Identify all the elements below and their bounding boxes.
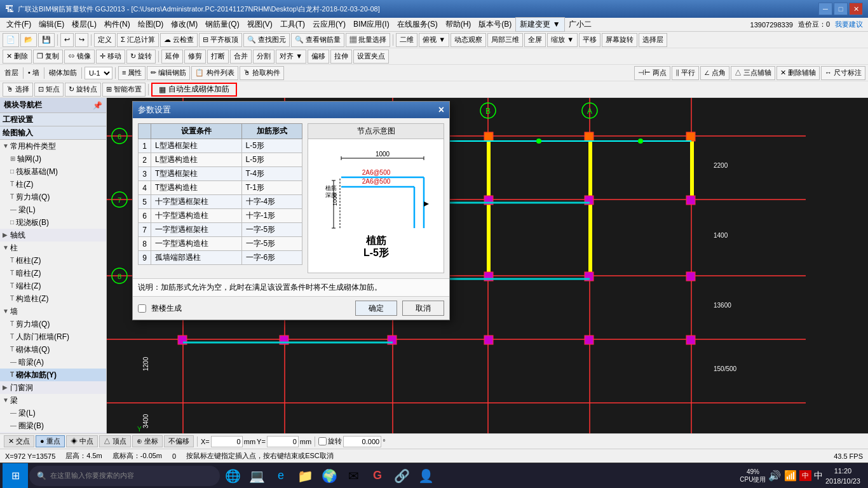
taskbar-icon-g[interactable]: G bbox=[366, 464, 389, 487]
tb-define[interactable]: 定义 bbox=[94, 33, 116, 47]
table-row[interactable]: 6 十字型遇构造柱 十字-1形 bbox=[139, 209, 302, 223]
sidebar-item-slab[interactable]: □ 现浇板(B) bbox=[0, 216, 106, 229]
menu-bim[interactable]: BIM应用(I) bbox=[349, 18, 393, 31]
drawing-area[interactable]: E D C B A 6 7 8 2400 3920 2680 1200 3400… bbox=[107, 98, 868, 433]
tb-offset[interactable]: 偏移 bbox=[308, 50, 329, 64]
tb-rotate[interactable]: ↻ 旋转 bbox=[126, 50, 156, 64]
tb-rotatepoint[interactable]: ↻ 旋转点 bbox=[65, 83, 101, 97]
taskbar-icon-earth[interactable]: 🌍 bbox=[318, 464, 341, 487]
tb-calc[interactable]: Σ 汇总计算 bbox=[117, 33, 159, 47]
tb-setgrip[interactable]: 设置夹点 bbox=[353, 50, 389, 64]
rebar-type-select[interactable]: U-1 bbox=[85, 67, 112, 79]
dialog-close-button[interactable]: × bbox=[438, 104, 444, 116]
sidebar-item-axis[interactable]: ⊞ 轴网(J) bbox=[0, 152, 106, 165]
tb-zoom[interactable]: 缩放 ▼ bbox=[547, 33, 578, 47]
tb-dimlabel[interactable]: ↔ 尺寸标注 bbox=[821, 66, 865, 80]
sidebar-item-framecol[interactable]: T 框柱(Z) bbox=[0, 254, 106, 267]
sidebar-item-slab-group[interactable]: ▶ 板 bbox=[0, 432, 106, 433]
minimize-button[interactable]: ─ bbox=[818, 3, 832, 15]
menu-modify[interactable]: 修改(M) bbox=[167, 18, 201, 31]
taskbar-icon-folder[interactable]: 📁 bbox=[294, 464, 316, 487]
table-row[interactable]: 7 一字型遇框架柱 一字-5形 bbox=[139, 223, 302, 237]
sidebar-item-common-types[interactable]: ▼ 常用构件类型 bbox=[0, 140, 106, 152]
taskbar-icon-ie[interactable]: e bbox=[269, 464, 292, 487]
sidebar-item-beam-l[interactable]: — 梁(L) bbox=[0, 407, 106, 419]
menu-component[interactable]: 构件(N) bbox=[100, 18, 134, 31]
taskbar-icon-person[interactable]: 👤 bbox=[414, 464, 437, 487]
tb-select[interactable]: 🖱 选择 bbox=[3, 83, 33, 97]
snap-intersection-button[interactable]: ✕ 交点 bbox=[4, 435, 34, 447]
tb-pointangle[interactable]: ∠ 点角 bbox=[700, 66, 729, 80]
ime-indicator[interactable]: 中 bbox=[799, 470, 811, 481]
tb-save[interactable]: 💾 bbox=[38, 33, 55, 47]
table-row[interactable]: 5 十字型遇框架柱 十字-4形 bbox=[139, 195, 302, 209]
tb-complist[interactable]: 📋 构件列表 bbox=[191, 66, 238, 80]
tb-copy[interactable]: ❒ 复制 bbox=[33, 50, 63, 64]
y-input[interactable] bbox=[267, 436, 299, 447]
sidebar-section-draw[interactable]: 绘图输入 bbox=[0, 126, 106, 140]
tb-property[interactable]: ≡ 属性 bbox=[118, 66, 146, 80]
tb-stretch[interactable]: 拉伸 bbox=[330, 50, 352, 64]
tb-new[interactable]: 📄 bbox=[3, 33, 19, 47]
menu-rebar[interactable]: 钢筋量(Q) bbox=[201, 18, 243, 31]
sidebar-item-wall-group[interactable]: ▼ 墙 bbox=[0, 305, 106, 318]
menu-file[interactable]: 文件(F) bbox=[3, 18, 35, 31]
tb-fullscreen[interactable]: 全屏 bbox=[524, 33, 546, 47]
tb-extend[interactable]: 延伸 bbox=[161, 50, 183, 64]
maximize-button[interactable]: □ bbox=[834, 3, 848, 15]
start-button[interactable]: ⊞ bbox=[3, 463, 28, 489]
tb-dynamic[interactable]: 动态观察 bbox=[451, 33, 486, 47]
cancel-button[interactable]: 取消 bbox=[402, 301, 444, 316]
tb-split[interactable]: 分割 bbox=[253, 50, 275, 64]
taskbar-icon-browser[interactable]: 🌐 bbox=[221, 464, 244, 487]
tb-parallel[interactable]: ∥ 平行 bbox=[672, 66, 699, 80]
tb-break[interactable]: 打断 bbox=[207, 50, 229, 64]
build-btn[interactable]: 我要建议 bbox=[835, 20, 863, 29]
sidebar-item-ringbeam[interactable]: — 圈梁(B) bbox=[0, 419, 106, 432]
sidebar-item-raft[interactable]: □ 筏板基础(M) bbox=[0, 165, 106, 178]
rotate-input[interactable] bbox=[343, 436, 381, 447]
sidebar-item-doorwin-group[interactable]: ▶ 门窗洞 bbox=[0, 381, 106, 394]
tb-pickcomp[interactable]: 🖱 拾取构件 bbox=[240, 66, 284, 80]
sidebar-item-column-group[interactable]: ▼ 柱 bbox=[0, 241, 106, 254]
sidebar-section-project[interactable]: 工程设置 bbox=[0, 113, 106, 126]
whole-floor-label[interactable]: 整楼生成 bbox=[151, 303, 182, 314]
sidebar-item-column[interactable]: T 柱(Z) bbox=[0, 178, 106, 191]
tb-align[interactable]: ⊟ 平齐板顶 bbox=[199, 33, 242, 47]
param-settings-dialog[interactable]: 参数设置 × 设置条件 加筋形式 bbox=[132, 101, 450, 320]
tb-delete[interactable]: ✕ 删除 bbox=[3, 50, 32, 64]
menu-tools[interactable]: 工具(T) bbox=[276, 18, 309, 31]
table-row[interactable]: 3 T型遇框架柱 T-4形 bbox=[139, 167, 302, 181]
sidebar-pin-icon[interactable]: 📌 bbox=[93, 101, 102, 110]
tb-topview[interactable]: 俯视 ▼ bbox=[419, 33, 449, 47]
tb-deleteaxis[interactable]: ✕ 删除辅轴 bbox=[776, 66, 820, 80]
tb-merge[interactable]: 合并 bbox=[230, 50, 252, 64]
menu-edit[interactable]: 编辑(E) bbox=[35, 18, 68, 31]
table-row[interactable]: 8 一字型遇构造柱 一字-5形 bbox=[139, 237, 302, 251]
taskbar-icon-connect[interactable]: 🔗 bbox=[390, 464, 413, 487]
titlebar-controls[interactable]: ─ □ ✕ bbox=[818, 3, 863, 15]
snap-endpoint-button[interactable]: ● 重点 bbox=[36, 435, 65, 447]
tb-batch[interactable]: ▦ 批量选择 bbox=[346, 33, 390, 47]
menu-newchange[interactable]: 新建变更 ▼ bbox=[515, 17, 564, 32]
whole-floor-checkbox[interactable] bbox=[138, 304, 146, 313]
sidebar-item-civildefense[interactable]: T 人防门框墙(RF) bbox=[0, 330, 106, 343]
sidebar-item-sw[interactable]: T 剪力墙(Q) bbox=[0, 318, 106, 330]
tb-smartlayout[interactable]: ⊞ 智能布置 bbox=[102, 83, 146, 97]
sidebar-item-endcol[interactable]: T 端柱(Z) bbox=[0, 280, 106, 292]
sidebar-item-constcol[interactable]: T 构造柱(Z) bbox=[0, 292, 106, 305]
sidebar-item-rinbeam[interactable]: — 暗梁(A) bbox=[0, 356, 106, 369]
x-input[interactable] bbox=[211, 436, 243, 447]
sidebar-item-masonrywall[interactable]: T 砌体墙(Q) bbox=[0, 343, 106, 356]
tb-3pointaxis[interactable]: △ 三点辅轴 bbox=[731, 66, 775, 80]
tb-align2[interactable]: 对齐 ▼ bbox=[276, 50, 306, 64]
menu-floor[interactable]: 楼层(L) bbox=[68, 18, 100, 31]
table-row[interactable]: 4 T型遇构造柱 T-1形 bbox=[139, 181, 302, 195]
menu-online[interactable]: 在线服务(S) bbox=[393, 18, 442, 31]
tb-selectlayer[interactable]: 选择层 bbox=[639, 33, 667, 47]
menu-draw[interactable]: 绘图(D) bbox=[134, 18, 168, 31]
tb-viewrebar[interactable]: 🔍 查看钢筋量 bbox=[291, 33, 344, 47]
tb-screenrotate[interactable]: 屏幕旋转 bbox=[602, 33, 637, 47]
table-row[interactable]: 2 L型遇构造柱 L-5形 bbox=[139, 153, 302, 167]
menu-view[interactable]: 视图(V) bbox=[243, 18, 276, 31]
